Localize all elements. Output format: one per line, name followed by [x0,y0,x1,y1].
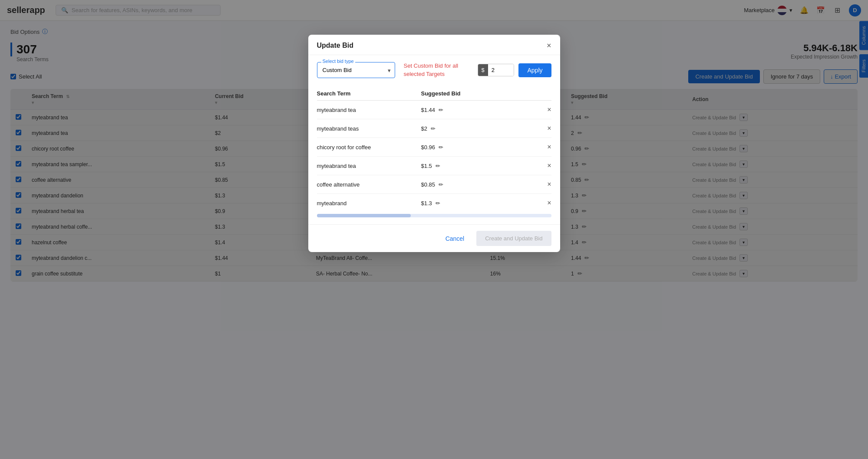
bid-type-select[interactable]: Custom Bid Suggested Bid Default Bid [317,62,395,78]
modal-row-edit-icon[interactable]: ✏ [439,181,443,188]
bid-prefix: $ [478,64,488,76]
modal-row-bid: $0.85 ✏ [421,181,525,188]
bid-input-wrap: $ [478,64,515,76]
modal-row-edit-icon[interactable]: ✏ [439,144,443,151]
modal-row: chicory root for coffee $0.96 ✏ × [317,138,551,157]
update-bid-modal: Update Bid × Select bid type Custom Bid … [308,35,560,252]
apply-button[interactable]: Apply [518,63,551,77]
bid-type-select-wrapper: Select bid type Custom Bid Suggested Bid… [317,62,395,78]
modal-row: myteabrand tea $1.5 ✏ × [317,157,551,175]
modal-row: myteabrand teas $2 ✏ × [317,119,551,138]
modal-row-actions: × [525,143,551,151]
scroll-indicator [317,214,551,217]
bid-type-label: Select bid type [321,59,355,64]
modal-row-edit-icon[interactable]: ✏ [436,163,440,169]
modal-col-term-header: Search Term [317,90,421,97]
scroll-thumb [317,214,411,217]
modal-col-bid-header: Suggested Bid [421,90,551,97]
modal-row: myteabrand $1.3 ✏ × [317,194,551,212]
modal-row-remove-icon[interactable]: × [547,125,551,132]
modal-close-button[interactable]: × [547,42,551,49]
modal-controls: Select bid type Custom Bid Suggested Bid… [317,62,551,78]
modal-title: Update Bid [317,42,353,49]
modal-row-bid: $2 ✏ [421,125,525,132]
modal-row-term: myteabrand teas [317,125,421,132]
modal-footer: Cancel Create and Update Bid [308,224,560,252]
modal-row-remove-icon[interactable]: × [547,180,551,188]
modal-row-edit-icon[interactable]: ✏ [431,125,436,132]
modal-row-term: myteabrand tea [317,163,421,169]
custom-bid-label: Set Custom Bid for all selected Targets [404,62,473,78]
modal-row-actions: × [525,106,551,114]
modal-row-term: myteabrand tea [317,107,421,113]
modal-table-body: myteabrand tea $1.44 ✏ × myteabrand teas… [317,101,551,212]
modal-row-actions: × [525,199,551,207]
bid-value-input[interactable] [488,64,514,76]
modal-row-bid: $0.96 ✏ [421,144,525,151]
modal-row: myteabrand tea $1.44 ✏ × [317,101,551,119]
modal-body: Select bid type Custom Bid Suggested Bid… [308,55,560,224]
modal-row: coffee alternative $0.85 ✏ × [317,175,551,194]
modal-row-actions: × [525,162,551,170]
modal-row-bid: $1.5 ✏ [421,163,525,169]
modal-overlay[interactable]: Update Bid × Select bid type Custom Bid … [0,0,868,459]
modal-row-actions: × [525,125,551,132]
modal-row-term: chicory root for coffee [317,144,421,151]
modal-row-bid: $1.3 ✏ [421,200,525,207]
modal-header: Update Bid × [308,35,560,55]
modal-row-remove-icon[interactable]: × [547,162,551,170]
custom-bid-section: Set Custom Bid for all selected Targets … [404,62,551,78]
modal-row-remove-icon[interactable]: × [547,106,551,114]
modal-row-actions: × [525,180,551,188]
modal-row-remove-icon[interactable]: × [547,199,551,207]
modal-row-term: myteabrand [317,200,421,207]
modal-row-term: coffee alternative [317,181,421,188]
modal-row-bid: $1.44 ✏ [421,107,525,113]
create-update-bid-modal-button[interactable]: Create and Update Bid [476,231,551,246]
cancel-button[interactable]: Cancel [439,231,472,246]
modal-row-remove-icon[interactable]: × [547,143,551,151]
modal-table-header: Search Term Suggested Bid [317,87,551,101]
modal-row-edit-icon[interactable]: ✏ [436,200,440,207]
modal-row-edit-icon[interactable]: ✏ [439,107,443,113]
